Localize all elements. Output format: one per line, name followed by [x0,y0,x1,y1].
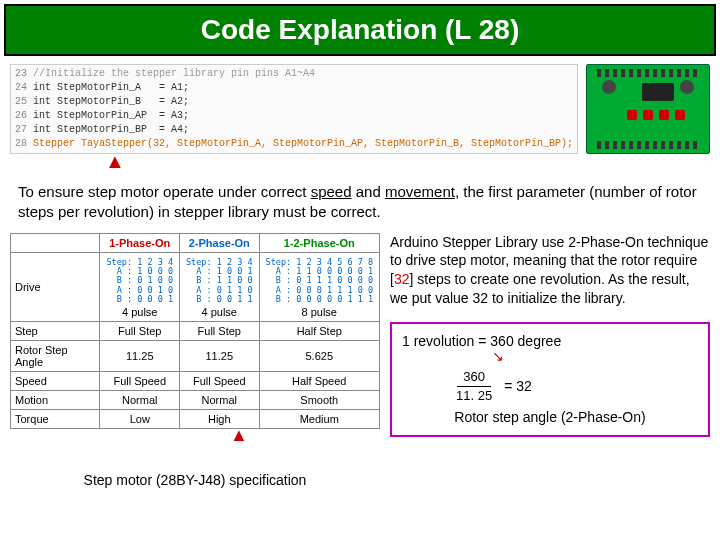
table-row: Rotor Step Angle11.2511.255.625 [11,341,380,372]
underline-speed: speed [311,183,352,200]
spec-table: 1-Phase-On 2-Phase-On 1-2-Phase-On Drive… [10,233,380,430]
pulse-12: 8 pulse [264,306,375,318]
fraction-equation: 360 11. 25 = 32 [452,368,698,404]
code-and-board-row: 23//Initialize the stepper library pin p… [10,64,710,154]
explanation-paragraph: To ensure step motor operate under corre… [18,182,702,223]
right-text-column: Arduino Stepper Library use 2-Phase-On t… [390,233,710,489]
arrow-up-icon: ▲ [230,425,600,446]
code-line-28: Stepper TayaStepper(32, StepMotorPin_A, … [33,138,573,149]
seq-12phase: Step: 1 2 3 4 5 6 7 8 A : 1 1 0 0 0 0 0 … [264,256,375,307]
button-row-icon [627,110,685,120]
capacitor-icon [602,80,616,94]
spec-table-container: 1-Phase-On 2-Phase-On 1-2-Phase-On Drive… [10,233,380,489]
calculation-box: 1 revolution = 360 degree ↘ 360 11. 25 =… [390,322,710,437]
revolution-text: 1 revolution = 360 degree [402,332,698,351]
code-line-27: int StepMotorPin_BP = A4; [33,124,189,135]
pulse-2: 4 pulse [184,306,255,318]
pcb-board-image [586,64,710,154]
col-header-2phase: 2-Phase-On [180,233,260,252]
equals-32: = 32 [504,377,532,396]
capacitor-icon [680,80,694,94]
col-header-1phase: 1-Phase-On [100,233,180,252]
highlight-32: 32 [394,271,410,287]
arrow-up-icon: ▲ [105,150,125,173]
code-line-26: int StepMotorPin_AP = A3; [33,110,189,121]
table-row: SpeedFull SpeedFull SpeedHalf Speed [11,372,380,391]
lower-row: 1-Phase-On 2-Phase-On 1-2-Phase-On Drive… [10,233,710,489]
code-block: 23//Initialize the stepper library pin p… [10,64,578,154]
col-header-12phase: 1-2-Phase-On [259,233,379,252]
underline-movement: movement [385,183,455,200]
table-row: MotionNormalNormalSmooth [11,391,380,410]
pin-header-icon [597,141,699,149]
spec-caption: Step motor (28BY-J48) specification [10,472,380,488]
slide-title: Code Explanation (L 28) [4,4,716,56]
table-row: StepFull StepFull StepHalf Step [11,322,380,341]
code-line-25: int StepMotorPin_B = A2; [33,96,189,107]
pin-header-icon [597,69,699,77]
library-explanation: Arduino Stepper Library use 2-Phase-On t… [390,233,710,309]
code-line-23: //Initialize the stepper library pin pin… [33,68,315,79]
row-header-drive: Drive [11,252,100,322]
ic-chip-icon [642,83,674,101]
code-line-24: int StepMotorPin_A = A1; [33,82,189,93]
seq-1phase: Step: 1 2 3 4 A : 1 0 0 0 B : 0 1 0 0 A … [104,256,175,307]
fraction-numerator: 360 [457,368,491,387]
seq-2phase: Step: 1 2 3 4 A : 1 0 0 1 B : 1 1 0 0 A … [184,256,255,307]
pulse-1: 4 pulse [104,306,175,318]
arrow-down-icon: ↘ [492,351,698,362]
fraction-denominator: 11. 25 [452,387,496,405]
